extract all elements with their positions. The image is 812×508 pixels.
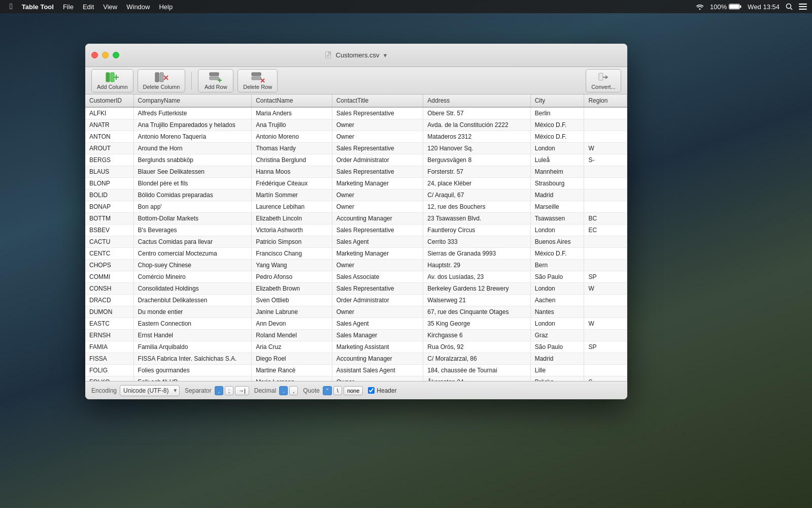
cell-11-3[interactable]: Sales Agent	[332, 236, 423, 248]
col-header-companyname[interactable]: CompanyName	[133, 94, 252, 107]
cell-9-4[interactable]: 23 Tsawassen Blvd.	[423, 213, 530, 225]
convert-button[interactable]: Convert...	[586, 69, 621, 92]
cell-0-3[interactable]: Sales Representative	[332, 107, 423, 119]
cell-23-2[interactable]: Maria Larsson	[252, 376, 332, 382]
cell-10-3[interactable]: Sales Representative	[332, 225, 423, 236]
menubar-app-name[interactable]: Table Tool	[17, 0, 58, 13]
encoding-select[interactable]: Unicode (UTF-8)	[120, 385, 180, 396]
cell-6-1[interactable]: Blondel père et fils	[133, 178, 252, 189]
cell-3-4[interactable]: 120 Hanover Sq.	[423, 143, 530, 154]
cell-11-2[interactable]: Patricio Simpson	[252, 236, 332, 248]
cell-23-6[interactable]: S-	[584, 376, 627, 382]
cell-18-5[interactable]: London	[530, 318, 584, 330]
cell-13-5[interactable]: Bern	[530, 260, 584, 271]
cell-3-3[interactable]: Sales Representative	[332, 143, 423, 154]
cell-9-0[interactable]: BOTTM	[85, 213, 133, 225]
cell-4-2[interactable]: Christina Berglund	[252, 154, 332, 166]
cell-23-1[interactable]: Folk och fä HB	[133, 376, 252, 382]
table-container[interactable]: CustomerID CompanyName ContactName Conta…	[85, 94, 627, 381]
cell-7-2[interactable]: Martín Sommer	[252, 189, 332, 201]
cell-8-6[interactable]	[584, 201, 627, 213]
cell-12-0[interactable]: CENTC	[85, 248, 133, 260]
cell-3-5[interactable]: London	[530, 143, 584, 154]
menubar-window[interactable]: Window	[122, 0, 154, 13]
cell-4-4[interactable]: Berguvsvägen 8	[423, 154, 530, 166]
cell-23-5[interactable]: Bräcke	[530, 376, 584, 382]
menu-icon[interactable]	[799, 4, 807, 10]
cell-13-4[interactable]: Hauptstr. 29	[423, 260, 530, 271]
cell-12-2[interactable]: Francisco Chang	[252, 248, 332, 260]
cell-16-3[interactable]: Order Administrator	[332, 295, 423, 306]
cell-2-1[interactable]: Antonio Moreno Taquería	[133, 131, 252, 143]
cell-4-6[interactable]: S-	[584, 154, 627, 166]
cell-11-1[interactable]: Cactus Comidas para llevar	[133, 236, 252, 248]
cell-6-6[interactable]	[584, 178, 627, 189]
cell-8-5[interactable]: Marseille	[530, 201, 584, 213]
cell-3-6[interactable]: W	[584, 143, 627, 154]
cell-16-0[interactable]: DRACD	[85, 295, 133, 306]
minimize-button[interactable]	[102, 52, 109, 58]
table-row[interactable]: CONSHConsolidated HoldingsElizabeth Brow…	[85, 283, 627, 295]
table-row[interactable]: COMMIComércio MineiroPedro AfonsoSales A…	[85, 271, 627, 283]
table-row[interactable]: BSBEVB's BeveragesVictoria AshworthSales…	[85, 225, 627, 236]
cell-16-4[interactable]: Walserweg 21	[423, 295, 530, 306]
cell-19-2[interactable]: Roland Mendel	[252, 330, 332, 341]
search-icon[interactable]	[786, 3, 793, 10]
cell-2-4[interactable]: Mataderos 2312	[423, 131, 530, 143]
add-row-button[interactable]: Add Row	[198, 69, 233, 92]
col-header-customerid[interactable]: CustomerID	[85, 94, 133, 107]
cell-5-4[interactable]: Forsterstr. 57	[423, 166, 530, 178]
cell-22-5[interactable]: Lille	[530, 365, 584, 376]
cell-0-6[interactable]	[584, 107, 627, 119]
cell-17-6[interactable]	[584, 306, 627, 318]
cell-22-1[interactable]: Folies gourmandes	[133, 365, 252, 376]
quote-double-button[interactable]: "	[323, 386, 332, 395]
cell-17-1[interactable]: Du monde entier	[133, 306, 252, 318]
cell-13-6[interactable]	[584, 260, 627, 271]
cell-21-6[interactable]	[584, 353, 627, 365]
cell-0-1[interactable]: Alfreds Futterkiste	[133, 107, 252, 119]
cell-0-2[interactable]: Maria Anders	[252, 107, 332, 119]
cell-22-2[interactable]: Martine Rancé	[252, 365, 332, 376]
cell-15-1[interactable]: Consolidated Holdings	[133, 283, 252, 295]
close-button[interactable]	[91, 52, 98, 58]
table-row[interactable]: CENTCCentro comercial MoctezumaFrancisco…	[85, 248, 627, 260]
cell-1-5[interactable]: México D.F.	[530, 119, 584, 131]
dropdown-arrow[interactable]: ▼	[383, 52, 388, 58]
col-header-address[interactable]: Address	[423, 94, 530, 107]
cell-23-3[interactable]: Owner	[332, 376, 423, 382]
cell-22-6[interactable]	[584, 365, 627, 376]
cell-1-6[interactable]	[584, 119, 627, 131]
cell-18-0[interactable]: EASTC	[85, 318, 133, 330]
sep-semicolon-button[interactable]: ;	[225, 386, 233, 395]
delete-column-button[interactable]: Delete Column	[138, 69, 186, 92]
cell-0-0[interactable]: ALFKI	[85, 107, 133, 119]
cell-19-0[interactable]: ERNSH	[85, 330, 133, 341]
header-label[interactable]: Header	[377, 387, 396, 394]
cell-5-6[interactable]	[584, 166, 627, 178]
cell-3-2[interactable]: Thomas Hardy	[252, 143, 332, 154]
table-row[interactable]: BERGSBerglunds snabbköpChristina Berglun…	[85, 154, 627, 166]
cell-6-0[interactable]: BLONP	[85, 178, 133, 189]
cell-9-1[interactable]: Bottom-Dollar Markets	[133, 213, 252, 225]
cell-6-3[interactable]: Marketing Manager	[332, 178, 423, 189]
cell-10-2[interactable]: Victoria Ashworth	[252, 225, 332, 236]
cell-8-3[interactable]: Owner	[332, 201, 423, 213]
cell-16-1[interactable]: Drachenblut Delikatessen	[133, 295, 252, 306]
table-row[interactable]: AROUTAround the HornThomas HardySales Re…	[85, 143, 627, 154]
cell-16-5[interactable]: Aachen	[530, 295, 584, 306]
cell-20-2[interactable]: Aria Cruz	[252, 341, 332, 353]
cell-20-0[interactable]: FAMIA	[85, 341, 133, 353]
cell-10-0[interactable]: BSBEV	[85, 225, 133, 236]
cell-13-1[interactable]: Chop-suey Chinese	[133, 260, 252, 271]
cell-17-0[interactable]: DUMON	[85, 306, 133, 318]
cell-10-1[interactable]: B's Beverages	[133, 225, 252, 236]
menubar-edit[interactable]: Edit	[78, 0, 98, 13]
table-row[interactable]: CHOPSChop-suey ChineseYang WangOwnerHaup…	[85, 260, 627, 271]
cell-11-4[interactable]: Cerrito 333	[423, 236, 530, 248]
cell-7-1[interactable]: Bólido Comidas preparadas	[133, 189, 252, 201]
maximize-button[interactable]	[113, 52, 119, 58]
col-header-region[interactable]: Region	[584, 94, 627, 107]
cell-8-0[interactable]: BONAP	[85, 201, 133, 213]
cell-20-4[interactable]: Rua Orós, 92	[423, 341, 530, 353]
